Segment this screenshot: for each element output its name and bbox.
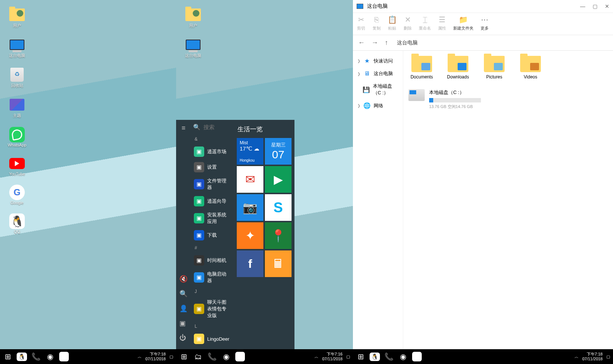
cast-icon[interactable]: ▣ (179, 319, 188, 327)
folder-pictures[interactable]: Pictures (481, 56, 508, 80)
folder-downloads[interactable]: Downloads (445, 56, 471, 80)
notification-icon[interactable]: ▢ (346, 354, 350, 359)
folder-label: Videos (524, 74, 537, 80)
maximize-button[interactable]: ▢ (593, 3, 597, 9)
desktop-icon-pc[interactable]: 这台电脑 (181, 37, 206, 58)
start-button[interactable]: ⊞ (354, 350, 367, 363)
start-app-item[interactable]: ▣设置 (191, 159, 234, 175)
desktop-icon-pc[interactable]: 这台电脑 (4, 37, 30, 58)
taskbar-clock[interactable]: 下午7:18 07/11/2018 (582, 352, 603, 361)
start-app-item[interactable]: ▣安装系统应用 (191, 209, 234, 228)
sidebar-local-disk[interactable]: 💾本地磁盘（C :） (355, 80, 401, 99)
search-icon[interactable]: 🔍 (179, 290, 188, 298)
sidebar-this-pc[interactable]: ❯🖥这台电脑 (355, 67, 401, 80)
taskbar-chrome[interactable]: ◉ (220, 350, 232, 363)
taskbar-qq[interactable]: 🐧 (16, 350, 28, 363)
taskbar-app[interactable] (234, 350, 246, 363)
tile-photos[interactable]: ✦ (237, 222, 263, 249)
rename-button[interactable]: ⌶重命名 (419, 15, 431, 31)
tile-date[interactable]: 星期三 07 (265, 138, 292, 165)
chevron-up-icon[interactable]: ︿ (575, 354, 579, 360)
start-app-item[interactable]: ▣聊天斗图表情包专业版 (191, 296, 234, 321)
taskbar-chrome[interactable]: ◉ (44, 350, 56, 363)
notification-icon[interactable]: ▢ (169, 354, 173, 359)
taskbar-qq[interactable]: 🐧 (368, 350, 381, 363)
desktop-icon-bin[interactable]: 回收站 (4, 67, 30, 88)
start-app-item[interactable]: ▣逍遥市场 (191, 144, 234, 159)
desktop-icon-google[interactable]: GGoogle (4, 185, 30, 205)
notification-icon[interactable]: ▢ (606, 354, 610, 359)
folder-icon (9, 9, 25, 21)
tile-play[interactable]: ▶ (265, 166, 292, 193)
taskbar-explorer[interactable]: 🗂 (192, 350, 204, 363)
properties-button[interactable]: ☰属性 (438, 15, 447, 31)
taskbar-phone[interactable]: 📞 (30, 350, 42, 363)
paste-button[interactable]: 📋粘贴 (388, 15, 397, 31)
section-header: & (191, 134, 234, 144)
sidebar-label: 这台电脑 (374, 70, 393, 77)
start-app-item[interactable]: ▣下载 (191, 228, 234, 243)
tile-facebook[interactable]: f (237, 250, 263, 277)
start-search[interactable]: 🔍 (191, 120, 234, 134)
taskbar-phone[interactable]: 📞 (383, 350, 395, 363)
app-label: 逍遥向导 (207, 198, 226, 205)
taskbar-app[interactable] (411, 350, 423, 363)
sidebar-network[interactable]: ❯🌐网络 (355, 99, 401, 112)
desktop-icon-user[interactable]: 用户 (4, 7, 30, 28)
taskbar-app[interactable] (58, 350, 70, 363)
tool-label: 更多 (481, 26, 489, 31)
start-app-item[interactable]: ▣逍遥向导 (191, 193, 234, 209)
sidebar-icon: 🌐 (363, 102, 371, 109)
pc-icon (186, 40, 201, 50)
more-button[interactable]: ⋯更多 (480, 15, 489, 31)
cut-button[interactable]: ✂剪切 (357, 15, 366, 31)
tile-gmail[interactable]: ✉ (237, 166, 263, 193)
start-app-item[interactable]: ▣电脑启动器 (191, 268, 234, 287)
desktop-icon-qq[interactable]: 🐧QQ (4, 214, 30, 234)
back-button[interactable]: ← (358, 39, 365, 47)
power-icon[interactable]: ⏻ (179, 334, 188, 342)
start-app-item[interactable]: ▣LingoDeer (191, 331, 234, 347)
desktop-icon-youtube[interactable]: YouTube (4, 156, 30, 176)
copy-button[interactable]: ⎘复制 (372, 15, 381, 31)
tile-camera[interactable]: 📷 (237, 194, 263, 221)
delete-button[interactable]: ✕删除 (403, 15, 412, 31)
user-icon[interactable]: 👤 (179, 304, 188, 313)
hamburger-icon[interactable]: ≡ (182, 124, 186, 132)
taskbar-clock[interactable]: 下午7:16 07/11/2018 (322, 352, 343, 361)
forward-button[interactable]: → (371, 39, 378, 47)
start-button[interactable]: ⊞ (1, 350, 14, 363)
minimize-button[interactable]: — (580, 3, 585, 9)
section-header: # (191, 243, 234, 253)
date-text: 07/11/2018 (582, 357, 603, 361)
chevron-up-icon[interactable]: ︿ (138, 354, 142, 360)
new-folder-button[interactable]: 📁新建文件夹 (453, 15, 474, 31)
up-button[interactable]: ↑ (385, 39, 388, 47)
sidebar-quick-access[interactable]: ❯★快速访问 (355, 54, 401, 67)
taskbar-phone[interactable]: 📞 (206, 350, 218, 363)
desktop-icon-theme[interactable]: 主题 (4, 97, 30, 118)
folder-documents[interactable]: Documents (408, 56, 435, 80)
drive-item[interactable]: 本地磁盘（C :） 13.76 GB 空闲14.76 GB (408, 89, 608, 109)
tile-skype[interactable]: S (265, 194, 292, 221)
folder-label: Downloads (447, 74, 469, 80)
taskbar-chrome[interactable]: ◉ (397, 350, 409, 363)
folder-videos[interactable]: Videos (517, 56, 544, 80)
search-input[interactable] (203, 124, 229, 130)
tile-maps[interactable]: 📍 (265, 222, 292, 249)
start-button[interactable]: ⊞ (178, 350, 190, 363)
volume-mute-icon[interactable]: 🔇 (179, 275, 188, 283)
tile-calculator[interactable]: 🖩 (265, 250, 292, 277)
folder-icon (520, 56, 541, 72)
close-button[interactable]: ✕ (605, 3, 609, 9)
address-bar[interactable]: 这台电脑 (393, 36, 421, 50)
start-app-item[interactable]: ▣时间相机 (191, 253, 234, 268)
desktop-icon-user[interactable]: 用户 (181, 7, 206, 28)
sidebar-label: 网络 (374, 102, 383, 109)
tile-weather[interactable]: Mist 17℃ ☁ Hongkou (237, 138, 263, 165)
chevron-up-icon[interactable]: ︿ (314, 354, 319, 360)
taskbar-clock[interactable]: 下午7:18 07/11/2018 (145, 352, 166, 361)
start-app-item[interactable]: ▣文件管理器 (191, 175, 234, 193)
desktop-icon-whatsapp[interactable]: WhatsApp (4, 127, 30, 147)
icon-label: Google (10, 200, 23, 205)
